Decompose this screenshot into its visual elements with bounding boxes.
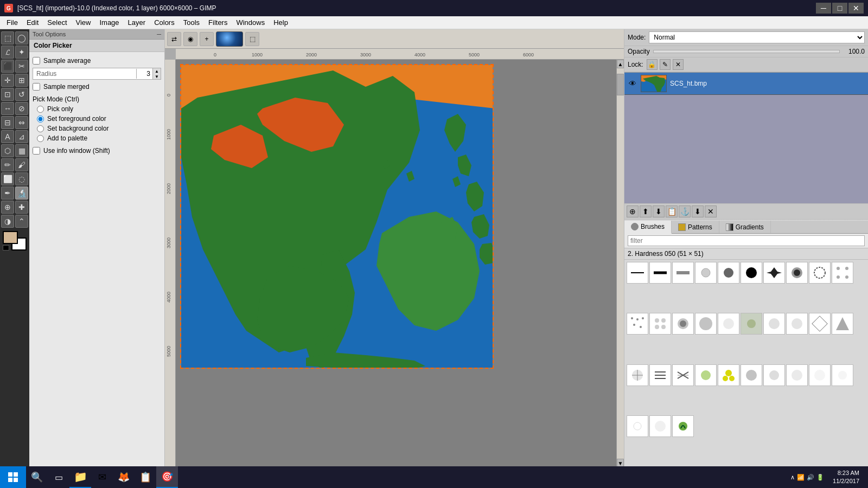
lock-position-button[interactable]: ✕ (673, 59, 684, 70)
tool-text[interactable]: A (1, 130, 14, 143)
maximize-button[interactable]: □ (832, 3, 847, 14)
tool-eraser[interactable]: ⬜ (1, 172, 14, 185)
show-desktop-button[interactable] (864, 466, 868, 488)
brush-item[interactable] (718, 313, 739, 335)
brush-item[interactable] (786, 262, 808, 284)
brush-item[interactable] (672, 262, 694, 284)
canvas-inner[interactable] (176, 60, 616, 467)
tab-gradients[interactable]: Gradients (719, 221, 771, 233)
swap-color-icon[interactable] (3, 245, 9, 251)
raise-layer-button[interactable]: ⬆ (640, 206, 652, 217)
task-view-button[interactable]: ▭ (48, 466, 69, 488)
tool-select-rect[interactable]: ⬚ (1, 31, 14, 44)
duplicate-layer-button[interactable]: 📋 (666, 206, 678, 217)
brush-item[interactable] (809, 364, 831, 386)
tool-bucket[interactable]: ⬡ (1, 144, 14, 157)
tool-perspective[interactable]: ⊟ (1, 116, 14, 129)
firefox-taskbar-button[interactable]: 🦊 (113, 466, 135, 488)
chevron-tray-icon[interactable]: ∧ (790, 474, 795, 481)
tool-pencil[interactable]: ✏ (1, 158, 14, 171)
scroll-v-thumb[interactable] (617, 74, 624, 95)
delete-layer-button[interactable]: ✕ (705, 206, 717, 217)
layer-visibility-icon[interactable]: 👁 (628, 79, 637, 88)
use-info-window-checkbox[interactable] (33, 147, 40, 155)
opacity-slider[interactable] (653, 50, 840, 53)
tool-crop[interactable]: ⊡ (1, 88, 14, 101)
set-foreground-radio[interactable] (37, 115, 44, 123)
canvas-top-btn-3[interactable]: + (200, 32, 214, 46)
menu-view[interactable]: View (72, 17, 95, 28)
lock-pixels-button[interactable]: 🔒 (647, 59, 658, 70)
brush-item[interactable] (741, 313, 762, 335)
radius-spinner[interactable]: ▲ ▼ (152, 68, 161, 79)
tool-airbrush[interactable]: ◌ (15, 172, 28, 185)
brush-item[interactable] (695, 262, 717, 284)
brush-item[interactable] (649, 313, 671, 335)
brush-item[interactable] (695, 364, 717, 386)
tool-clone[interactable]: ⊕ (1, 201, 14, 214)
clock[interactable]: 8:23 AM 11/2/2017 (828, 469, 864, 486)
brush-item[interactable] (718, 262, 739, 284)
window-controls[interactable]: ─ □ ✕ (816, 3, 864, 14)
mode-select[interactable]: Normal Dissolve Multiply (649, 31, 865, 43)
foreground-color-swatch[interactable] (3, 231, 18, 244)
layer-entry[interactable]: 👁 SCS_ht.bmp (624, 73, 868, 95)
brush-item[interactable] (809, 262, 831, 284)
merge-layer-button[interactable]: ⬇ (692, 206, 704, 217)
brush-item[interactable] (809, 313, 831, 335)
file-explorer-taskbar-button[interactable]: 📁 (69, 466, 91, 488)
brush-item[interactable] (763, 262, 785, 284)
brush-item[interactable] (786, 313, 808, 335)
start-button[interactable] (0, 466, 26, 488)
menu-edit[interactable]: Edit (22, 17, 43, 28)
tab-brushes[interactable]: Brushes (624, 221, 672, 234)
menu-file[interactable]: File (2, 17, 22, 28)
sample-merged-checkbox[interactable] (33, 83, 40, 91)
tool-align[interactable]: ⊞ (15, 74, 28, 87)
scroll-v-track[interactable] (617, 68, 624, 459)
scroll-up-button[interactable]: ▲ (617, 60, 624, 68)
menu-help[interactable]: Help (269, 17, 292, 28)
tool-scissors[interactable]: ✂ (15, 60, 28, 73)
brush-item[interactable] (672, 415, 694, 437)
menu-layer[interactable]: Layer (124, 17, 150, 28)
tool-lasso[interactable]: 𝓛 (1, 46, 14, 59)
tool-dodge-burn[interactable]: ◑ (1, 215, 14, 228)
menu-image[interactable]: Image (95, 17, 123, 28)
volume-icon[interactable]: 🔊 (807, 474, 814, 481)
brush-item[interactable] (741, 262, 762, 284)
tool-blend[interactable]: ▦ (15, 144, 28, 157)
brush-filter-input[interactable] (628, 235, 865, 246)
brush-item[interactable] (741, 364, 762, 386)
radius-up-button[interactable]: ▲ (153, 68, 161, 74)
brush-item[interactable] (695, 313, 717, 335)
add-to-palette-radio[interactable] (37, 135, 44, 142)
tool-paths[interactable]: ⊿ (15, 130, 28, 143)
tab-patterns[interactable]: Patterns (672, 221, 719, 233)
menu-filters[interactable]: Filters (204, 17, 232, 28)
new-layer-button[interactable]: ⊕ (627, 206, 639, 217)
sample-average-checkbox[interactable] (33, 57, 40, 65)
lock-alpha-button[interactable]: ✎ (660, 59, 671, 70)
tool-paintbrush[interactable]: 🖌 (15, 158, 28, 171)
canvas-top-btn-2[interactable]: ◉ (183, 32, 197, 46)
brush-item[interactable] (763, 364, 785, 386)
brush-item[interactable] (832, 364, 853, 386)
tool-select-by-color[interactable]: ⬛ (1, 60, 14, 73)
brush-item[interactable] (763, 313, 785, 335)
menu-windows[interactable]: Windows (232, 17, 269, 28)
canvas-top-btn-1[interactable]: ⇄ (167, 32, 181, 46)
tool-move[interactable]: ✛ (1, 74, 14, 87)
canvas-top-btn-5[interactable]: ⬚ (245, 32, 259, 46)
tool-smudge[interactable]: ⌃ (15, 215, 28, 228)
brush-item[interactable] (649, 262, 671, 284)
lower-layer-button[interactable]: ⬇ (653, 206, 665, 217)
tool-flip[interactable]: ⇔ (15, 116, 28, 129)
brush-item[interactable] (672, 313, 694, 335)
brush-item[interactable] (832, 313, 853, 335)
anchor-layer-button[interactable]: ⚓ (679, 206, 691, 217)
vertical-scrollbar[interactable]: ▲ ▼ (616, 60, 624, 467)
set-background-radio[interactable] (37, 125, 44, 132)
brush-item[interactable] (627, 415, 648, 437)
radius-value[interactable]: 3 (136, 69, 152, 79)
